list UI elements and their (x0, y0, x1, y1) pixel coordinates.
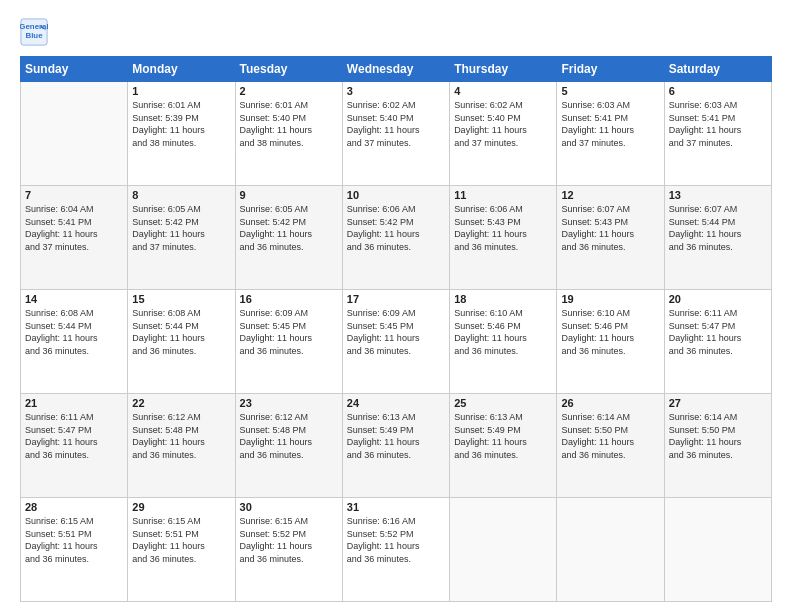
page: General Blue SundayMondayTuesdayWednesda… (0, 0, 792, 612)
day-info: Sunrise: 6:15 AM Sunset: 5:51 PM Dayligh… (132, 515, 230, 565)
calendar-day-cell (664, 498, 771, 602)
day-number: 4 (454, 85, 552, 97)
day-info: Sunrise: 6:12 AM Sunset: 5:48 PM Dayligh… (132, 411, 230, 461)
day-number: 7 (25, 189, 123, 201)
calendar-table: SundayMondayTuesdayWednesdayThursdayFrid… (20, 56, 772, 602)
calendar-day-cell: 22Sunrise: 6:12 AM Sunset: 5:48 PM Dayli… (128, 394, 235, 498)
day-number: 19 (561, 293, 659, 305)
calendar-day-cell: 25Sunrise: 6:13 AM Sunset: 5:49 PM Dayli… (450, 394, 557, 498)
calendar-day-cell: 3Sunrise: 6:02 AM Sunset: 5:40 PM Daylig… (342, 82, 449, 186)
day-number: 9 (240, 189, 338, 201)
day-info: Sunrise: 6:05 AM Sunset: 5:42 PM Dayligh… (132, 203, 230, 253)
calendar-day-cell: 12Sunrise: 6:07 AM Sunset: 5:43 PM Dayli… (557, 186, 664, 290)
day-number: 30 (240, 501, 338, 513)
calendar-day-cell: 1Sunrise: 6:01 AM Sunset: 5:39 PM Daylig… (128, 82, 235, 186)
day-info: Sunrise: 6:09 AM Sunset: 5:45 PM Dayligh… (240, 307, 338, 357)
weekday-header: Thursday (450, 57, 557, 82)
day-info: Sunrise: 6:11 AM Sunset: 5:47 PM Dayligh… (669, 307, 767, 357)
calendar-day-cell: 6Sunrise: 6:03 AM Sunset: 5:41 PM Daylig… (664, 82, 771, 186)
calendar-week-row: 28Sunrise: 6:15 AM Sunset: 5:51 PM Dayli… (21, 498, 772, 602)
day-info: Sunrise: 6:10 AM Sunset: 5:46 PM Dayligh… (561, 307, 659, 357)
svg-text:General: General (20, 22, 48, 31)
calendar-week-row: 7Sunrise: 6:04 AM Sunset: 5:41 PM Daylig… (21, 186, 772, 290)
calendar-day-cell: 7Sunrise: 6:04 AM Sunset: 5:41 PM Daylig… (21, 186, 128, 290)
day-info: Sunrise: 6:06 AM Sunset: 5:42 PM Dayligh… (347, 203, 445, 253)
calendar-day-cell (450, 498, 557, 602)
weekday-header: Tuesday (235, 57, 342, 82)
day-info: Sunrise: 6:05 AM Sunset: 5:42 PM Dayligh… (240, 203, 338, 253)
logo-icon: General Blue (20, 18, 48, 46)
weekday-header: Monday (128, 57, 235, 82)
day-number: 24 (347, 397, 445, 409)
calendar-day-cell: 29Sunrise: 6:15 AM Sunset: 5:51 PM Dayli… (128, 498, 235, 602)
day-number: 2 (240, 85, 338, 97)
day-number: 21 (25, 397, 123, 409)
calendar-day-cell: 18Sunrise: 6:10 AM Sunset: 5:46 PM Dayli… (450, 290, 557, 394)
weekday-header: Wednesday (342, 57, 449, 82)
calendar-week-row: 21Sunrise: 6:11 AM Sunset: 5:47 PM Dayli… (21, 394, 772, 498)
day-info: Sunrise: 6:11 AM Sunset: 5:47 PM Dayligh… (25, 411, 123, 461)
calendar-day-cell: 17Sunrise: 6:09 AM Sunset: 5:45 PM Dayli… (342, 290, 449, 394)
day-info: Sunrise: 6:09 AM Sunset: 5:45 PM Dayligh… (347, 307, 445, 357)
day-info: Sunrise: 6:02 AM Sunset: 5:40 PM Dayligh… (347, 99, 445, 149)
calendar-day-cell: 24Sunrise: 6:13 AM Sunset: 5:49 PM Dayli… (342, 394, 449, 498)
day-number: 20 (669, 293, 767, 305)
day-info: Sunrise: 6:15 AM Sunset: 5:51 PM Dayligh… (25, 515, 123, 565)
day-number: 11 (454, 189, 552, 201)
day-info: Sunrise: 6:08 AM Sunset: 5:44 PM Dayligh… (25, 307, 123, 357)
day-number: 15 (132, 293, 230, 305)
calendar-day-cell: 10Sunrise: 6:06 AM Sunset: 5:42 PM Dayli… (342, 186, 449, 290)
calendar-day-cell: 21Sunrise: 6:11 AM Sunset: 5:47 PM Dayli… (21, 394, 128, 498)
calendar-day-cell: 30Sunrise: 6:15 AM Sunset: 5:52 PM Dayli… (235, 498, 342, 602)
day-number: 22 (132, 397, 230, 409)
calendar-week-row: 14Sunrise: 6:08 AM Sunset: 5:44 PM Dayli… (21, 290, 772, 394)
day-info: Sunrise: 6:15 AM Sunset: 5:52 PM Dayligh… (240, 515, 338, 565)
day-number: 10 (347, 189, 445, 201)
day-info: Sunrise: 6:01 AM Sunset: 5:39 PM Dayligh… (132, 99, 230, 149)
day-number: 27 (669, 397, 767, 409)
calendar-day-cell: 16Sunrise: 6:09 AM Sunset: 5:45 PM Dayli… (235, 290, 342, 394)
day-number: 18 (454, 293, 552, 305)
calendar-day-cell: 20Sunrise: 6:11 AM Sunset: 5:47 PM Dayli… (664, 290, 771, 394)
day-number: 12 (561, 189, 659, 201)
day-info: Sunrise: 6:06 AM Sunset: 5:43 PM Dayligh… (454, 203, 552, 253)
day-number: 31 (347, 501, 445, 513)
day-info: Sunrise: 6:07 AM Sunset: 5:44 PM Dayligh… (669, 203, 767, 253)
day-number: 23 (240, 397, 338, 409)
calendar-day-cell (21, 82, 128, 186)
day-number: 16 (240, 293, 338, 305)
day-number: 8 (132, 189, 230, 201)
weekday-header: Saturday (664, 57, 771, 82)
calendar-day-cell: 23Sunrise: 6:12 AM Sunset: 5:48 PM Dayli… (235, 394, 342, 498)
day-info: Sunrise: 6:02 AM Sunset: 5:40 PM Dayligh… (454, 99, 552, 149)
day-number: 1 (132, 85, 230, 97)
calendar-day-cell: 13Sunrise: 6:07 AM Sunset: 5:44 PM Dayli… (664, 186, 771, 290)
day-number: 14 (25, 293, 123, 305)
day-number: 5 (561, 85, 659, 97)
calendar-day-cell: 26Sunrise: 6:14 AM Sunset: 5:50 PM Dayli… (557, 394, 664, 498)
calendar-day-cell: 9Sunrise: 6:05 AM Sunset: 5:42 PM Daylig… (235, 186, 342, 290)
calendar-header-row: SundayMondayTuesdayWednesdayThursdayFrid… (21, 57, 772, 82)
day-info: Sunrise: 6:03 AM Sunset: 5:41 PM Dayligh… (561, 99, 659, 149)
day-info: Sunrise: 6:08 AM Sunset: 5:44 PM Dayligh… (132, 307, 230, 357)
day-number: 13 (669, 189, 767, 201)
day-info: Sunrise: 6:16 AM Sunset: 5:52 PM Dayligh… (347, 515, 445, 565)
day-number: 17 (347, 293, 445, 305)
calendar-day-cell: 14Sunrise: 6:08 AM Sunset: 5:44 PM Dayli… (21, 290, 128, 394)
day-info: Sunrise: 6:13 AM Sunset: 5:49 PM Dayligh… (454, 411, 552, 461)
day-info: Sunrise: 6:01 AM Sunset: 5:40 PM Dayligh… (240, 99, 338, 149)
day-info: Sunrise: 6:14 AM Sunset: 5:50 PM Dayligh… (561, 411, 659, 461)
day-number: 26 (561, 397, 659, 409)
calendar-week-row: 1Sunrise: 6:01 AM Sunset: 5:39 PM Daylig… (21, 82, 772, 186)
day-info: Sunrise: 6:03 AM Sunset: 5:41 PM Dayligh… (669, 99, 767, 149)
header: General Blue (20, 18, 772, 46)
day-number: 25 (454, 397, 552, 409)
calendar-day-cell: 4Sunrise: 6:02 AM Sunset: 5:40 PM Daylig… (450, 82, 557, 186)
calendar-day-cell (557, 498, 664, 602)
calendar-day-cell: 28Sunrise: 6:15 AM Sunset: 5:51 PM Dayli… (21, 498, 128, 602)
day-info: Sunrise: 6:10 AM Sunset: 5:46 PM Dayligh… (454, 307, 552, 357)
day-number: 29 (132, 501, 230, 513)
day-number: 6 (669, 85, 767, 97)
day-info: Sunrise: 6:12 AM Sunset: 5:48 PM Dayligh… (240, 411, 338, 461)
day-number: 3 (347, 85, 445, 97)
